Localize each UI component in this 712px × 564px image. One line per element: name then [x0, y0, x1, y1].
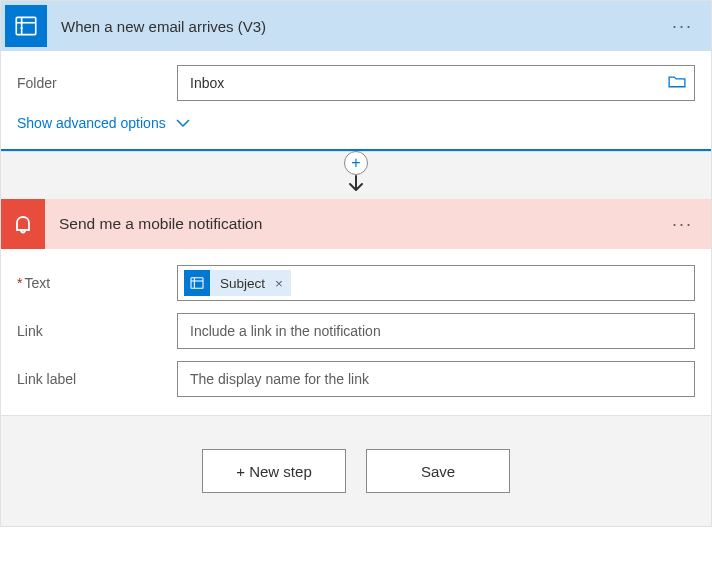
folder-input-wrap[interactable]	[177, 65, 695, 101]
svg-rect-0	[16, 17, 36, 34]
chevron-down-icon	[176, 119, 190, 128]
link-input[interactable]	[190, 323, 682, 339]
trigger-more-menu[interactable]: ···	[666, 12, 699, 41]
text-input[interactable]: Subject ×	[177, 265, 695, 301]
trigger-card: When a new email arrives (V3) ··· Folder…	[1, 1, 711, 151]
action-more-menu[interactable]: ···	[666, 210, 699, 239]
svg-rect-4	[191, 278, 203, 289]
action-card: Send me a mobile notification ··· *Text	[1, 199, 711, 416]
new-step-button[interactable]: + New step	[202, 449, 346, 493]
trigger-title: When a new email arrives (V3)	[61, 18, 666, 35]
text-field-label: *Text	[17, 275, 177, 291]
notification-bell-icon	[1, 199, 45, 249]
save-button[interactable]: Save	[366, 449, 510, 493]
add-step-inline-button[interactable]: +	[344, 151, 368, 175]
token-remove-button[interactable]: ×	[273, 276, 291, 291]
folder-input[interactable]	[190, 75, 660, 91]
advanced-options-label: Show advanced options	[17, 115, 166, 131]
trigger-header[interactable]: When a new email arrives (V3) ···	[1, 1, 711, 51]
outlook-icon	[184, 270, 210, 296]
link-field-label: Link	[17, 323, 177, 339]
dynamic-token-subject[interactable]: Subject ×	[184, 270, 291, 296]
action-header[interactable]: Send me a mobile notification ···	[1, 199, 711, 249]
outlook-icon	[5, 5, 47, 47]
action-title: Send me a mobile notification	[59, 215, 666, 233]
arrow-down-icon	[347, 174, 365, 197]
link-label-field-label: Link label	[17, 371, 177, 387]
connector-area: +	[1, 151, 711, 199]
folder-picker-icon[interactable]	[668, 75, 686, 92]
folder-label: Folder	[17, 75, 177, 91]
show-advanced-options-link[interactable]: Show advanced options	[17, 113, 190, 135]
footer-area: + New step Save	[1, 416, 711, 526]
token-label: Subject	[210, 276, 273, 291]
link-label-input[interactable]	[190, 371, 682, 387]
